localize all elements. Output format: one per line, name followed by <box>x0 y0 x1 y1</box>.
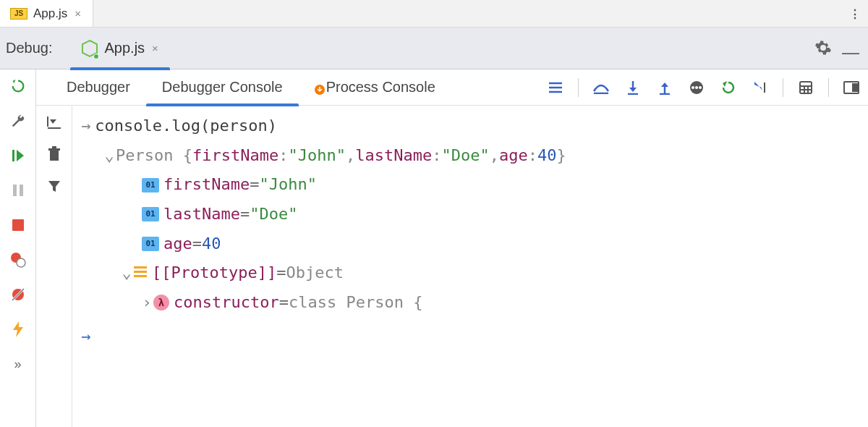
trash-icon[interactable] <box>45 145 64 164</box>
svg-rect-41 <box>48 148 60 151</box>
layout-icon[interactable] <box>842 78 861 97</box>
svg-rect-40 <box>50 151 59 161</box>
svg-marker-27 <box>754 82 760 87</box>
close-icon[interactable]: × <box>73 7 82 20</box>
svg-rect-4 <box>20 185 23 196</box>
tab-debugger-console[interactable]: Debugger Console <box>146 69 299 106</box>
chevron-down-icon[interactable]: ⌄ <box>120 258 133 288</box>
svg-rect-3 <box>13 185 17 196</box>
minimize-icon[interactable]: — <box>842 42 859 62</box>
debug-label: Debug: <box>6 40 53 56</box>
trace-icon[interactable] <box>687 78 706 97</box>
svg-rect-44 <box>134 266 147 269</box>
run-to-cursor-icon[interactable] <box>751 78 770 97</box>
tab-debugger[interactable]: Debugger <box>51 69 146 106</box>
more-icon[interactable]: ⋮ <box>849 0 861 28</box>
svg-rect-36 <box>852 83 858 92</box>
debug-tabs: Debugger Debugger Console Process Consol… <box>36 69 868 106</box>
drop-frame-icon[interactable] <box>719 78 738 97</box>
rerun-icon[interactable] <box>9 77 27 96</box>
step-into-icon[interactable] <box>624 78 642 97</box>
svg-rect-1 <box>12 150 14 161</box>
download-badge-icon <box>315 85 325 95</box>
svg-rect-30 <box>800 82 812 93</box>
close-icon[interactable]: × <box>150 42 160 54</box>
svg-point-24 <box>695 86 698 89</box>
svg-rect-45 <box>134 271 147 273</box>
step-out-icon[interactable] <box>655 78 674 97</box>
calculator-icon[interactable] <box>796 78 815 97</box>
svg-marker-20 <box>661 83 668 87</box>
expand-icon[interactable]: » <box>9 355 27 373</box>
field-type-icon: 01 <box>142 207 159 221</box>
prototype-row[interactable]: ⌄ [[Prototype]] = Object <box>81 258 859 288</box>
prototype-icon <box>133 258 148 288</box>
debug-header: Debug: App.js × — <box>0 28 868 69</box>
object-field-row[interactable]: 01 lastName = "Doe" <box>81 200 859 229</box>
view-breakpoints-icon[interactable] <box>9 250 27 269</box>
resume-icon[interactable] <box>9 146 27 165</box>
tab-process-console[interactable]: Process Console <box>299 69 451 106</box>
chevron-down-icon[interactable]: ⌄ <box>103 141 116 171</box>
running-dot-icon <box>93 54 99 59</box>
console-output[interactable]: → console.log(person) ⌄ Person { firstNa… <box>72 106 868 427</box>
debug-action-rail: » <box>0 69 36 427</box>
editor-tab-app-js[interactable]: JS App.js × <box>0 0 93 27</box>
console-input-echo: console.log(person) <box>95 111 277 141</box>
bolt-icon[interactable] <box>9 320 27 339</box>
svg-marker-43 <box>48 181 60 192</box>
filter-icon[interactable] <box>45 177 64 195</box>
editor-tab-bar: JS App.js × ⋮ <box>0 0 868 28</box>
chevron-right-icon[interactable]: › <box>140 288 153 318</box>
svg-marker-26 <box>723 81 727 87</box>
constructor-row[interactable]: › λ constructor = class Person { <box>81 288 859 318</box>
svg-marker-38 <box>50 119 56 124</box>
console-mini-rail <box>36 106 72 427</box>
input-prompt-icon: → <box>81 111 90 141</box>
step-toolbar <box>546 69 861 106</box>
svg-marker-2 <box>17 150 24 161</box>
svg-point-7 <box>17 258 25 267</box>
svg-rect-46 <box>134 275 147 277</box>
js-file-icon: JS <box>10 8 27 20</box>
field-type-icon: 01 <box>142 178 159 193</box>
class-name: Person <box>116 141 173 171</box>
svg-rect-5 <box>12 219 24 231</box>
svg-rect-42 <box>52 146 56 148</box>
wrench-icon[interactable] <box>9 111 27 130</box>
mute-breakpoints-icon[interactable] <box>9 285 27 304</box>
input-caret-icon[interactable]: → <box>81 322 90 352</box>
debug-config-tab[interactable]: App.js × <box>70 28 170 69</box>
editor-tab-label: App.js <box>33 7 67 21</box>
svg-point-25 <box>699 86 702 89</box>
settings-icon[interactable] <box>814 39 832 59</box>
object-field-row[interactable]: 01 age = 40 <box>81 229 859 259</box>
scroll-to-end-icon[interactable] <box>45 113 64 132</box>
object-field-row[interactable]: 01 firstName = "John" <box>81 170 859 200</box>
threads-icon[interactable] <box>546 78 565 97</box>
svg-marker-11 <box>13 321 23 337</box>
lambda-icon: λ <box>153 295 169 310</box>
field-type-icon: 01 <box>142 237 159 251</box>
step-over-icon[interactable] <box>592 78 610 97</box>
stop-icon[interactable] <box>9 216 27 234</box>
debug-config-label: App.js <box>105 40 145 56</box>
pause-icon[interactable] <box>9 181 27 200</box>
svg-point-23 <box>692 86 694 89</box>
svg-marker-17 <box>629 88 637 92</box>
svg-marker-28 <box>760 87 762 90</box>
